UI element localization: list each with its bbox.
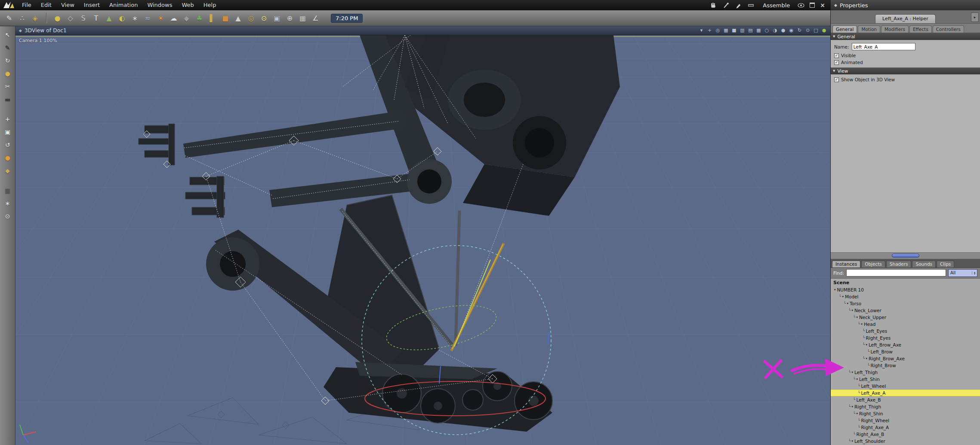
tab-effects[interactable]: Effects [909, 25, 932, 33]
target-helper-icon[interactable]: ⊕ [284, 12, 296, 24]
tree-item-torso[interactable]: └▾Torso [831, 300, 980, 307]
spray-tool-icon[interactable]: ∴ [16, 12, 28, 24]
animated-checkbox[interactable]: ✓ Animated [831, 59, 980, 68]
tree-item-left-thigh[interactable]: └▾Left_Thigh [831, 369, 980, 376]
torus-primitive-icon[interactable]: ◎ [245, 12, 257, 24]
show-object-checkbox[interactable]: ✓ Show Object in 3D View [831, 74, 980, 86]
tree-item-model[interactable]: └▾Model [831, 293, 980, 300]
menu-item-web[interactable]: Web [177, 0, 198, 10]
tab-modifiers[interactable]: Modifiers [881, 25, 909, 33]
brush-tool-icon[interactable]: ✎ [3, 12, 15, 24]
properties-header[interactable]: ◆ Properties [831, 0, 980, 10]
rotate-view-icon[interactable]: ↻ [796, 27, 803, 34]
tree-item-left-shoulder[interactable]: └▾Left_Shoulder [831, 438, 980, 445]
tree-item-left-shin[interactable]: └▾Left_Shin [831, 376, 980, 383]
tab-clips[interactable]: Clips [937, 261, 954, 267]
pen-tool-icon[interactable] [735, 2, 742, 9]
layout-hsplit-icon[interactable]: ▤ [747, 27, 754, 34]
vertex-object-icon[interactable]: ◇ [65, 12, 76, 24]
tree-item-right-axe-a[interactable]: └Right_Axe_A [831, 424, 980, 431]
particle-emitter-icon[interactable]: ∗ [129, 12, 141, 24]
viewport-canvas[interactable]: Camera 1 100% [15, 35, 830, 445]
tab-controllers[interactable]: Controllers [933, 25, 964, 33]
name-field[interactable] [852, 43, 915, 50]
tree-item-head[interactable]: └▾Head [831, 321, 980, 328]
collapse-panel-button[interactable]: ▸ [971, 12, 979, 22]
object-tab[interactable]: Left_Axe_A : Helper [875, 14, 936, 23]
scene-root-label[interactable]: Scene [831, 279, 980, 286]
tree-item-left-brow[interactable]: └Left_Brow [831, 348, 980, 355]
hot-point-icon[interactable]: ● [2, 152, 13, 163]
tree-item-right-shin[interactable]: └▾Right_Shin [831, 410, 980, 417]
splitter-handle[interactable] [892, 254, 919, 258]
find-input[interactable] [846, 269, 946, 276]
plant-object-icon[interactable]: ♣ [194, 12, 205, 24]
paint-select-icon[interactable]: ✎ [2, 42, 13, 53]
menu-item-animation[interactable]: Animation [105, 0, 142, 10]
menu-item-file[interactable]: File [17, 0, 36, 10]
gradient-tool-icon[interactable]: ◆ [2, 165, 13, 176]
fountain-object-icon[interactable]: ≈ [142, 12, 154, 24]
scale-tool-icon[interactable]: ▣ [2, 126, 13, 138]
texture-mode-icon[interactable]: ◉ [788, 27, 795, 34]
panel-splitter[interactable] [831, 252, 980, 259]
pan-hand-icon[interactable]: ∗ [2, 198, 13, 209]
expander-icon[interactable]: ▾ [856, 316, 858, 319]
tree-item-left-brow-axe[interactable]: └▾Left_Brow_Axe [831, 341, 980, 348]
menu-item-edit[interactable]: Edit [36, 0, 56, 10]
menu-item-insert[interactable]: Insert [79, 0, 105, 10]
expander-icon[interactable]: ▾ [856, 412, 858, 415]
rotate-tool-icon[interactable]: ↻ [2, 55, 13, 66]
axes-toggle-icon[interactable]: + [706, 27, 713, 34]
tab-instances[interactable]: Instances [832, 261, 860, 267]
magnet-tool-icon[interactable]: ◈ [29, 12, 41, 24]
cloud-object-icon[interactable]: ☁ [168, 12, 179, 24]
tab-motion[interactable]: Motion [858, 25, 880, 33]
menu-item-help[interactable]: Help [199, 0, 221, 10]
group-icon[interactable]: ▦ [297, 12, 308, 24]
camera-object-icon[interactable]: ▣ [271, 12, 283, 24]
zoom-view-icon[interactable]: ⊙ [804, 27, 811, 34]
expander-icon[interactable]: ▾ [866, 357, 867, 360]
layout-vsplit-icon[interactable]: ▥ [739, 27, 746, 34]
expander-icon[interactable]: ▾ [851, 439, 853, 443]
tree-item-right-thigh[interactable]: └▾Right_Thigh [831, 403, 980, 410]
eye-icon[interactable] [798, 3, 804, 8]
view-section-header[interactable]: ▼ View [831, 68, 980, 74]
expander-icon[interactable]: ▾ [847, 302, 848, 305]
roller-tool-icon[interactable]: ▬ [2, 94, 13, 105]
viewport-titlebar[interactable]: ◆ 3DView of Doc1 ▾+◎▦■▥▤▦○◑●◉↻⊙□● [15, 26, 830, 35]
text-object-icon[interactable]: T [90, 12, 102, 24]
tree-item-neck-upper[interactable]: └▾Neck_Upper [831, 314, 980, 321]
cube-primitive-icon[interactable]: ■ [219, 12, 231, 24]
spline-object-icon[interactable]: S [77, 12, 89, 24]
visible-checkbox[interactable]: ✓ Visible [831, 52, 980, 59]
hand-grab-icon[interactable] [710, 2, 717, 9]
grid-toggle-icon[interactable]: ▦ [722, 27, 730, 34]
ruler-tool-icon[interactable] [748, 2, 754, 9]
tree-item-right-eyes[interactable]: └Right_Eyes [831, 335, 980, 341]
general-section-header[interactable]: ▼ General [831, 33, 980, 40]
menu-item-view[interactable]: View [56, 0, 79, 10]
sphere-primitive-icon[interactable]: ● [52, 12, 63, 24]
expander-icon[interactable]: ▾ [856, 377, 858, 381]
select-arrow-icon[interactable]: ↖ [2, 29, 13, 40]
camera-dolly-icon[interactable]: ▣ [2, 185, 13, 196]
landscape-object-icon[interactable]: ▲ [103, 12, 115, 24]
fire-object-icon[interactable]: ☀ [155, 12, 166, 24]
tab-general[interactable]: General [832, 25, 857, 33]
cone-primitive-icon[interactable]: ▲ [232, 12, 244, 24]
tree-item-left-axe-b[interactable]: └Left_Axe_B [831, 396, 980, 403]
flat-mode-icon[interactable]: ◑ [771, 27, 779, 34]
quality-sphere-icon[interactable]: ● [820, 27, 828, 34]
knife-tool-icon[interactable]: ✂ [2, 81, 13, 92]
tree-item-left-wheel[interactable]: └Left_Wheel [831, 383, 980, 390]
expander-icon[interactable]: ▾ [834, 288, 836, 292]
tab-objects[interactable]: Objects [861, 261, 885, 267]
cylinder-primitive-icon[interactable]: ▌ [206, 12, 218, 24]
measure-tool-icon[interactable]: ∠ [310, 12, 321, 24]
viewport-options-icon[interactable]: ▾ [698, 27, 705, 34]
rotate-gizmo-icon[interactable]: ↺ [2, 139, 13, 150]
wireframe-mode-icon[interactable]: ○ [763, 27, 770, 34]
tab-shaders[interactable]: Shaders [886, 261, 912, 267]
